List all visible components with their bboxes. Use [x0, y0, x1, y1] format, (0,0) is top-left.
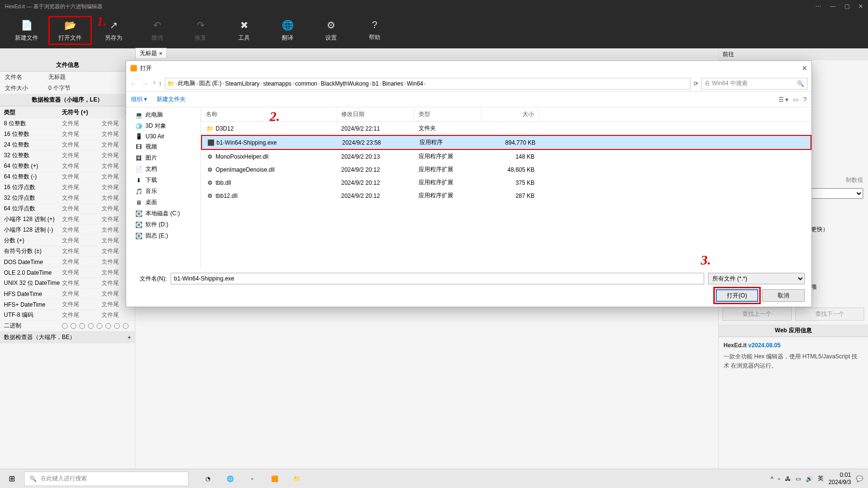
- inspector-row: 分数 (+)文件尾文件尾: [0, 236, 135, 246]
- tree-item[interactable]: 🎞视频: [126, 141, 201, 152]
- breadcrumb-segment[interactable]: 此电脑: [178, 79, 195, 88]
- breadcrumb-segment[interactable]: b1: [372, 80, 378, 87]
- tools-button[interactable]: ✖ 工具: [222, 16, 266, 45]
- tab-close-icon[interactable]: ×: [159, 50, 162, 57]
- open-file-button[interactable]: 📂 打开文件: [48, 16, 92, 45]
- preview-pane-icon[interactable]: ▭: [793, 96, 798, 103]
- dialog-search[interactable]: 在 Win64 中搜索 🔍: [701, 78, 808, 89]
- windows-taskbar: ⊞ 🔍 在此键入进行搜索 ◔ 🌐 ▫ 🟧 📁 ^ ▫ 🖧 ▭ 🔊 英 0:01 …: [0, 469, 868, 488]
- breadcrumb-segment[interactable]: Win64: [407, 80, 423, 87]
- undo-button[interactable]: ↶ 撤消: [135, 16, 179, 45]
- tree-item[interactable]: ⬇下载: [126, 175, 201, 186]
- chevron-down-icon[interactable]: ▾: [153, 80, 156, 88]
- dialog-footer: 文件名(N): 所有文件 (*.*) 打开(O) 取消: [126, 268, 811, 307]
- filesize-row: 文件大小 0 个字节: [0, 83, 135, 94]
- tree-item[interactable]: 💽软件 (D:): [126, 219, 201, 230]
- ime-label[interactable]: 英: [818, 474, 824, 483]
- dialog-nav: ← → ▾ ↑ 📁 › 此电脑›固态 (E:)›SteamLibrary›ste…: [126, 75, 811, 92]
- web-info: HexEd.it v2024.08.05 一款全功能 Hex 编辑器，使用 HT…: [719, 337, 868, 375]
- folder-tree[interactable]: 💻此电脑🧊3D 对象📱U30 Air🎞视频🖼图片📄文档⬇下载🎵音乐🖥桌面💽本地磁…: [126, 107, 201, 268]
- file-row[interactable]: ⬛b1-Win64-Shipping.exe2024/9/2 23:58应用程序…: [201, 135, 811, 150]
- start-button[interactable]: ⊞: [0, 469, 23, 488]
- file-filter-select[interactable]: 所有文件 (*.*): [708, 273, 805, 284]
- battery-icon[interactable]: ▭: [796, 475, 801, 482]
- inspector-row: UTF-8 编码文件尾文件尾: [0, 310, 135, 321]
- gear-icon: ⚙: [327, 19, 335, 31]
- steam-icon[interactable]: ◔: [198, 471, 217, 487]
- col-type[interactable]: 类型: [414, 107, 481, 121]
- new-file-button[interactable]: 📄 新建文件: [5, 16, 48, 45]
- brand-label: HexEd.it: [723, 342, 747, 349]
- open-button[interactable]: 打开(O): [716, 289, 758, 302]
- breadcrumb-segment[interactable]: Binaries: [382, 80, 403, 87]
- dialog-close-icon[interactable]: ✕: [802, 64, 808, 72]
- tree-item[interactable]: 🎵音乐: [126, 186, 201, 197]
- tree-item[interactable]: 🖥桌面: [126, 197, 201, 208]
- tree-item[interactable]: 💻此电脑: [126, 109, 201, 120]
- volume-icon[interactable]: 🔊: [806, 475, 813, 482]
- explorer-icon[interactable]: 📁: [287, 471, 306, 487]
- col-name[interactable]: 名称: [201, 107, 336, 121]
- hexed-icon[interactable]: 🟧: [265, 471, 284, 487]
- more-icon[interactable]: ⋯: [815, 3, 821, 10]
- organize-button[interactable]: 组织 ▾: [131, 95, 147, 104]
- network-icon[interactable]: 🖧: [785, 475, 791, 482]
- find-prev-button[interactable]: 查找上一个: [723, 308, 792, 321]
- clock-time: 0:01: [828, 472, 851, 478]
- file-row[interactable]: ⚙tbb12.dll2024/9/2 20:12应用程序扩展287 KB: [201, 189, 811, 202]
- help-button[interactable]: ? 帮助: [353, 16, 396, 45]
- taskbar-search[interactable]: 🔍 在此键入进行搜索: [24, 472, 188, 486]
- up-icon[interactable]: ↑: [159, 80, 162, 88]
- save-as-icon: ↗: [110, 19, 118, 31]
- col-date[interactable]: 修改日期: [336, 107, 414, 121]
- taskbar-apps: ◔ 🌐 ▫ 🟧 📁: [198, 471, 306, 487]
- inspector-be-header[interactable]: 数据检查器（大端序，BE） +: [0, 331, 135, 343]
- document-tab[interactable]: 无标题 ×: [135, 48, 167, 59]
- app-icon[interactable]: ▫: [243, 471, 262, 487]
- tools-label: 工具: [238, 34, 250, 42]
- open-file-label: 打开文件: [58, 34, 82, 42]
- notifications-icon[interactable]: 💬: [856, 475, 863, 482]
- view-list-icon[interactable]: ☰ ▾: [779, 96, 788, 103]
- back-icon[interactable]: ←: [130, 80, 137, 88]
- tree-item[interactable]: 📱U30 Air: [126, 132, 201, 141]
- breadcrumb-segment[interactable]: SteamLibrary: [225, 80, 260, 87]
- help-icon[interactable]: ?: [803, 96, 807, 103]
- redo-button[interactable]: ↷ 恢复: [179, 16, 222, 45]
- tree-item[interactable]: 💽固态 (E:): [126, 230, 201, 241]
- chevron-up-icon[interactable]: ^: [770, 475, 773, 482]
- file-row[interactable]: 📁D3D122024/9/2 22:11文件夹: [201, 122, 811, 135]
- breadcrumb-segment[interactable]: BlackMythWukong: [321, 80, 369, 87]
- breadcrumb-segment[interactable]: steamapps: [263, 80, 291, 87]
- breadcrumb-segment[interactable]: 固态 (E:): [199, 79, 222, 88]
- forward-icon[interactable]: →: [142, 80, 148, 88]
- maximize-icon[interactable]: ▢: [844, 3, 850, 10]
- goto-header[interactable]: 前往: [719, 48, 868, 60]
- find-next-button[interactable]: 查找下一个: [796, 308, 865, 321]
- undo-label: 撤消: [151, 34, 163, 42]
- filename-input[interactable]: [171, 273, 704, 284]
- translate-button[interactable]: 🌐 翻译: [266, 16, 309, 45]
- breadcrumb-segment[interactable]: common: [295, 80, 317, 87]
- tree-item[interactable]: 📄文档: [126, 163, 201, 175]
- breadcrumb[interactable]: 📁 › 此电脑›固态 (E:)›SteamLibrary›steamapps›c…: [165, 78, 691, 89]
- tree-item[interactable]: 💽本地磁盘 (C:): [126, 208, 201, 219]
- tree-item[interactable]: 🧊3D 对象: [126, 120, 201, 132]
- settings-button[interactable]: ⚙ 设置: [309, 16, 353, 45]
- close-icon[interactable]: ✕: [858, 3, 863, 10]
- tree-item[interactable]: 🖼图片: [126, 152, 201, 163]
- new-folder-button[interactable]: 新建文件夹: [157, 95, 186, 104]
- file-row[interactable]: ⚙tbb.dll2024/9/2 20:12应用程序扩展375 KB: [201, 176, 811, 189]
- file-row[interactable]: ⚙OpenImageDenoise.dll2024/9/2 20:12应用程序扩…: [201, 163, 811, 176]
- translate-label: 翻译: [282, 34, 293, 42]
- cancel-button[interactable]: 取消: [762, 289, 805, 302]
- taskbar-clock[interactable]: 0:01 2024/9/3: [828, 472, 851, 486]
- minimize-icon[interactable]: —: [830, 3, 836, 10]
- tray-icon[interactable]: ▫: [778, 475, 780, 482]
- edge-icon[interactable]: 🌐: [220, 471, 240, 487]
- file-row[interactable]: ⚙MonoPosixHelper.dll2024/9/2 20:13应用程序扩展…: [201, 150, 811, 163]
- type-col: 类型: [4, 108, 62, 117]
- search-icon: 🔍: [797, 80, 804, 87]
- refresh-icon[interactable]: ⟳: [694, 80, 698, 87]
- col-size[interactable]: 大小: [481, 107, 539, 121]
